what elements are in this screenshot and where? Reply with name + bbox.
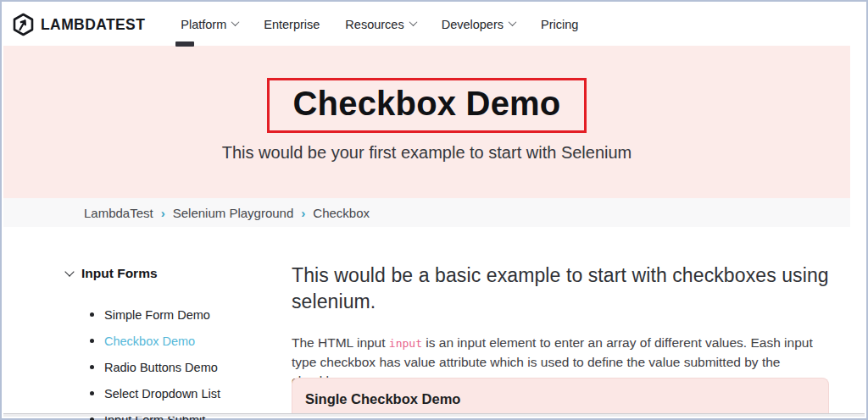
paragraph-text: The HTML input [292, 335, 389, 350]
sidebar-item-label: Radio Buttons Demo [104, 361, 218, 374]
nav-item-label: Resources [345, 18, 403, 31]
top-navbar: LAMBDATEST Platform Enterprise Resources… [3, 3, 865, 46]
sidebar-section-label: Input Forms [81, 266, 158, 281]
inline-code: input [389, 337, 422, 350]
chevron-right-icon: › [161, 206, 165, 220]
window-frame: LAMBDATEST Platform Enterprise Resources… [0, 0, 868, 420]
breadcrumb-selenium-playground[interactable]: Selenium Playground [173, 206, 294, 220]
chevron-right-icon: › [301, 206, 305, 220]
sidebar-item-select-dropdown-list[interactable]: Select Dropdown List [90, 380, 270, 406]
breadcrumb-checkbox[interactable]: Checkbox [313, 206, 370, 220]
sidebar: Input Forms Simple Form Demo Checkbox De… [66, 266, 270, 420]
lambdatest-logo-icon [12, 13, 35, 36]
chevron-down-icon [64, 267, 74, 276]
nav-item-enterprise[interactable]: Enterprise [264, 18, 320, 31]
page-title: Checkbox Demo [292, 85, 560, 123]
logo-text: LAMBDATEST [41, 16, 145, 34]
bottom-strip [3, 413, 865, 417]
bullet-icon [90, 312, 94, 317]
bullet-icon [90, 339, 94, 343]
main-content: This would be a basic example to start w… [292, 262, 834, 390]
hero-section: Checkbox Demo This would be your first e… [3, 46, 850, 198]
title-highlight-box: Checkbox Demo [267, 78, 586, 133]
sidebar-item-simple-form-demo[interactable]: Simple Form Demo [90, 301, 270, 328]
bullet-icon [90, 365, 94, 369]
nav-item-label: Enterprise [264, 18, 320, 31]
breadcrumb-lambdatest[interactable]: LambdaTest [84, 206, 153, 220]
nav-item-label: Platform [181, 18, 226, 31]
sidebar-item-label: Checkbox Demo [104, 334, 195, 348]
single-checkbox-demo-panel: Single Checkbox Demo [292, 378, 829, 417]
sidebar-item-checkbox-demo[interactable]: Checkbox Demo [90, 328, 270, 354]
nav-item-platform[interactable]: Platform [181, 18, 238, 31]
content-heading: This would be a basic example to start w… [292, 262, 847, 315]
sidebar-item-label: Select Dropdown List [104, 387, 220, 401]
sidebar-item-label: Simple Form Demo [104, 308, 210, 322]
chevron-down-icon [509, 18, 517, 26]
main-nav: Platform Enterprise Resources Developers… [181, 18, 578, 31]
lambdatest-logo[interactable]: LAMBDATEST [12, 13, 145, 36]
dropdown-indicator-fragment [175, 41, 194, 47]
bullet-icon [90, 391, 94, 395]
chevron-down-icon [231, 18, 240, 26]
nav-item-resources[interactable]: Resources [345, 18, 415, 31]
sidebar-list: Simple Form Demo Checkbox Demo Radio But… [66, 301, 270, 420]
chevron-down-icon [409, 18, 417, 26]
hero-subtitle: This would be your first example to star… [222, 143, 632, 163]
breadcrumb: LambdaTest › Selenium Playground › Check… [3, 198, 850, 227]
sidebar-section-input-forms[interactable]: Input Forms [66, 266, 270, 281]
panel-title: Single Checkbox Demo [292, 379, 828, 407]
sidebar-item-radio-buttons-demo[interactable]: Radio Buttons Demo [90, 354, 270, 380]
nav-item-developers[interactable]: Developers [442, 18, 515, 31]
nav-item-label: Developers [442, 18, 504, 31]
nav-item-label: Pricing [541, 18, 578, 31]
nav-item-pricing[interactable]: Pricing [541, 18, 578, 31]
